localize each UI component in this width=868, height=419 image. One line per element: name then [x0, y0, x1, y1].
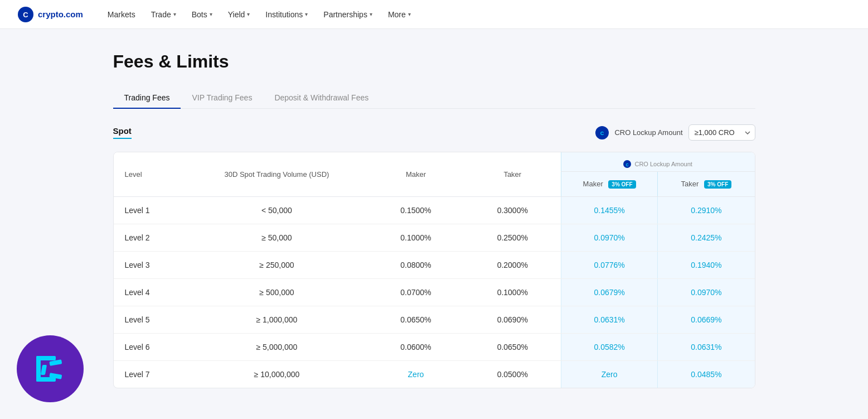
fees-table: Level 30D Spot Trading Volume (USD) Make… [114, 152, 755, 388]
floating-logo [17, 335, 84, 402]
cell-taker-cro: 0.0485% [658, 361, 755, 388]
cell-taker-cro: 0.1940% [658, 252, 755, 279]
col-header-taker-cro: Taker 3% OFF [658, 172, 755, 197]
page-title: Fees & Limits [113, 51, 755, 72]
cell-level: Level 6 [114, 334, 186, 361]
cell-level: Level 4 [114, 279, 186, 306]
cell-taker: 0.2000% [464, 252, 561, 279]
cro-lockup-controls: C CRO Lockup Amount ≥1,000 CRO ≥10,000 C… [595, 124, 755, 141]
sub-header: Spot C CRO Lockup Amount ≥1,000 CRO ≥10,… [113, 124, 755, 141]
cell-maker: 0.0600% [367, 334, 464, 361]
cell-volume: < 50,000 [186, 197, 367, 224]
cell-maker: 0.1000% [367, 224, 464, 252]
nav-partnerships[interactable]: Partnerships ▾ [317, 7, 379, 22]
nav-markets[interactable]: Markets [101, 7, 142, 22]
nav-yield[interactable]: Yield ▾ [221, 7, 257, 22]
cell-maker-cro: Zero [561, 361, 658, 388]
nav-more[interactable]: More ▾ [381, 7, 418, 22]
chevron-down-icon: ▾ [370, 11, 372, 17]
svg-rect-9 [41, 365, 47, 375]
chevron-down-icon: ▾ [247, 11, 250, 17]
navbar: C crypto.com Markets Trade ▾ Bots ▾ Yiel… [0, 0, 868, 29]
col-header-level: Level [114, 152, 186, 197]
nav-institutions[interactable]: Institutions ▾ [259, 7, 314, 22]
cell-maker: 0.1500% [367, 197, 464, 224]
cell-maker: 0.0650% [367, 306, 464, 334]
cell-taker: 0.3000% [464, 197, 561, 224]
table-header-row: Level 30D Spot Trading Volume (USD) Make… [114, 152, 755, 172]
taker-cro-badge: 3% OFF [704, 180, 731, 189]
cell-level: Level 1 [114, 197, 186, 224]
chevron-down-icon: ▾ [173, 11, 176, 17]
cell-level: Level 2 [114, 224, 186, 252]
cell-taker-cro: 0.0631% [658, 334, 755, 361]
cell-volume: ≥ 250,000 [186, 252, 367, 279]
nav-items: Markets Trade ▾ Bots ▾ Yield ▾ Instituti… [101, 7, 418, 22]
chevron-down-icon: ▾ [408, 11, 411, 17]
cell-level: Level 7 [114, 361, 186, 388]
cell-taker-cro: 0.0970% [658, 279, 755, 306]
cell-level: Level 5 [114, 306, 186, 334]
cell-maker-cro: 0.0679% [561, 279, 658, 306]
cro-small-icon: C [623, 160, 631, 168]
main-content: Fees & Limits Trading Fees VIP Trading F… [100, 29, 769, 411]
cell-volume: ≥ 5,000,000 [186, 334, 367, 361]
spot-label: Spot [113, 126, 132, 139]
cell-maker-cro: 0.0970% [561, 224, 658, 252]
cell-taker: 0.2500% [464, 224, 561, 252]
fees-table-wrapper: Level 30D Spot Trading Volume (USD) Make… [113, 152, 755, 388]
cro-group-label: CRO Lockup Amount [634, 161, 692, 167]
tab-deposit-withdrawal-fees[interactable]: Deposit & Withdrawal Fees [263, 88, 380, 109]
col-header-cro-group: C CRO Lockup Amount [561, 152, 754, 172]
chevron-down-icon: ▾ [305, 11, 308, 17]
cell-taker-cro: 0.0669% [658, 306, 755, 334]
cell-level: Level 3 [114, 252, 186, 279]
col-header-maker: Maker [367, 152, 464, 197]
cell-taker: 0.1000% [464, 279, 561, 306]
table-row: Level 4 ≥ 500,000 0.0700% 0.1000% 0.0679… [114, 279, 755, 306]
cell-taker-cro: 0.2425% [658, 224, 755, 252]
cell-taker: 0.0650% [464, 334, 561, 361]
logo-text: crypto.com [38, 9, 83, 19]
cell-maker-cro: 0.1455% [561, 197, 658, 224]
tabs-bar: Trading Fees VIP Trading Fees Deposit & … [113, 88, 755, 109]
cell-volume: ≥ 10,000,000 [186, 361, 367, 388]
maker-cro-badge: 3% OFF [608, 180, 636, 189]
cell-maker: 0.0700% [367, 279, 464, 306]
svg-text:C: C [626, 163, 629, 167]
logo-link[interactable]: C crypto.com [18, 7, 83, 22]
table-row: Level 3 ≥ 250,000 0.0800% 0.2000% 0.0776… [114, 252, 755, 279]
tab-trading-fees[interactable]: Trading Fees [113, 88, 181, 109]
col-header-volume: 30D Spot Trading Volume (USD) [186, 152, 367, 197]
cell-volume: ≥ 50,000 [186, 224, 367, 252]
svg-rect-8 [36, 377, 56, 382]
svg-rect-7 [36, 356, 56, 360]
cell-taker-cro: 0.2910% [658, 197, 755, 224]
cell-maker-cro: 0.0582% [561, 334, 658, 361]
nav-trade[interactable]: Trade ▾ [144, 7, 183, 22]
cell-maker-cro: 0.0631% [561, 306, 658, 334]
cro-logo-icon: C [598, 128, 607, 137]
chevron-down-icon: ▾ [210, 11, 212, 17]
cell-volume: ≥ 1,000,000 [186, 306, 367, 334]
col-header-maker-cro: Maker 3% OFF [561, 172, 658, 197]
floating-logo-icon [31, 349, 70, 388]
logo-icon: C [18, 7, 33, 22]
svg-text:C: C [23, 11, 28, 19]
cell-maker: 0.0800% [367, 252, 464, 279]
table-row: Level 1 < 50,000 0.1500% 0.3000% 0.1455%… [114, 197, 755, 224]
svg-text:C: C [600, 131, 604, 136]
table-row: Level 7 ≥ 10,000,000 Zero 0.0500% Zero 0… [114, 361, 755, 388]
cell-maker-cro: 0.0776% [561, 252, 658, 279]
table-row: Level 5 ≥ 1,000,000 0.0650% 0.0690% 0.06… [114, 306, 755, 334]
fees-tbody: Level 1 < 50,000 0.1500% 0.3000% 0.1455%… [114, 197, 755, 388]
cell-maker: Zero [367, 361, 464, 388]
cro-lockup-select[interactable]: ≥1,000 CRO ≥10,000 CRO ≥50,000 CRO [688, 124, 755, 141]
nav-bots[interactable]: Bots ▾ [185, 7, 219, 22]
cell-taker: 0.0500% [464, 361, 561, 388]
col-header-taker: Taker [464, 152, 561, 197]
table-row: Level 6 ≥ 5,000,000 0.0600% 0.0650% 0.05… [114, 334, 755, 361]
tab-vip-trading-fees[interactable]: VIP Trading Fees [181, 88, 263, 109]
cro-lockup-label: CRO Lockup Amount [614, 128, 682, 137]
cell-volume: ≥ 500,000 [186, 279, 367, 306]
